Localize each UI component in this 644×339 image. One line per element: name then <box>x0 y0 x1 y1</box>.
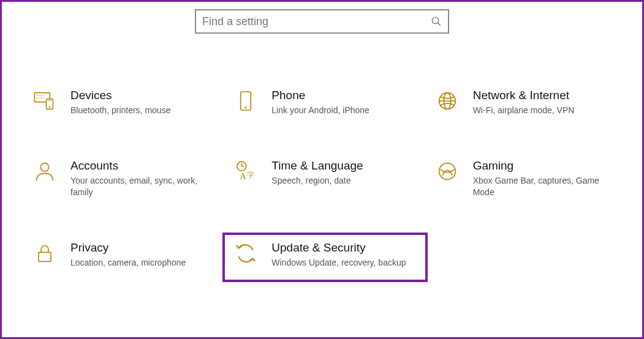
globe-icon <box>435 89 460 113</box>
lock-icon <box>32 241 57 266</box>
svg-point-7 <box>37 97 38 99</box>
search-box[interactable] <box>195 9 449 34</box>
tile-title: Network & Internet <box>473 89 618 102</box>
tile-phone[interactable]: Phone Link your Android, iPhone <box>233 89 416 116</box>
svg-text:A: A <box>240 171 246 181</box>
svg-point-6 <box>43 95 44 96</box>
tile-accounts[interactable]: Accounts Your accounts, email, sync, wor… <box>32 159 215 198</box>
tile-desc: Speech, region, date <box>271 175 416 187</box>
phone-icon <box>233 89 258 113</box>
gaming-icon <box>435 159 460 184</box>
tile-desc: Xbox Game Bar, captures, Game Mode <box>473 175 618 198</box>
settings-window: Devices Bluetooth, printers, mouse Phone… <box>0 0 644 339</box>
svg-point-8 <box>39 97 40 99</box>
svg-point-4 <box>39 95 40 96</box>
svg-point-25 <box>439 163 455 180</box>
tile-desc: Link your Android, iPhone <box>271 105 416 116</box>
svg-line-1 <box>438 23 441 26</box>
svg-point-9 <box>40 97 42 99</box>
svg-point-15 <box>245 106 247 108</box>
tile-time-language[interactable]: A 字 Time & Language Speech, region, date <box>233 159 416 198</box>
tile-title: Gaming <box>473 159 618 173</box>
tile-desc: Windows Update, recovery, backup <box>271 257 416 269</box>
search-icon <box>431 16 442 27</box>
tile-title: Time & Language <box>271 159 416 173</box>
devices-icon <box>32 89 57 113</box>
tile-devices[interactable]: Devices Bluetooth, printers, mouse <box>32 89 215 116</box>
svg-point-19 <box>40 163 48 171</box>
tile-desc: Location, camera, microphone <box>70 257 215 269</box>
svg-point-5 <box>40 95 42 96</box>
tile-desc: Wi-Fi, airplane mode, VPN <box>473 105 618 116</box>
empty-cell <box>435 241 618 269</box>
tile-title: Update & Security <box>271 241 416 255</box>
tile-desc: Bluetooth, printers, mouse <box>70 105 215 116</box>
search-container <box>195 9 449 34</box>
svg-point-12 <box>49 106 51 108</box>
svg-text:字: 字 <box>247 171 254 179</box>
time-language-icon: A 字 <box>233 159 258 184</box>
svg-point-0 <box>432 17 439 24</box>
tile-network[interactable]: Network & Internet Wi-Fi, airplane mode,… <box>435 89 618 116</box>
person-icon <box>32 159 57 184</box>
tile-privacy[interactable]: Privacy Location, camera, microphone <box>32 241 215 269</box>
tile-title: Devices <box>70 89 215 102</box>
settings-grid: Devices Bluetooth, printers, mouse Phone… <box>2 34 642 281</box>
svg-point-10 <box>43 97 44 99</box>
tile-title: Accounts <box>70 159 215 173</box>
tile-title: Phone <box>271 89 416 102</box>
svg-point-3 <box>37 95 38 96</box>
sync-icon <box>233 241 258 266</box>
tile-title: Privacy <box>70 241 215 255</box>
search-input[interactable] <box>202 15 431 28</box>
tile-gaming[interactable]: Gaming Xbox Game Bar, captures, Game Mod… <box>435 159 618 198</box>
svg-rect-26 <box>39 252 51 261</box>
tile-desc: Your accounts, email, sync, work, family <box>70 175 215 198</box>
tile-update-security[interactable]: Update & Security Windows Update, recove… <box>222 233 427 282</box>
